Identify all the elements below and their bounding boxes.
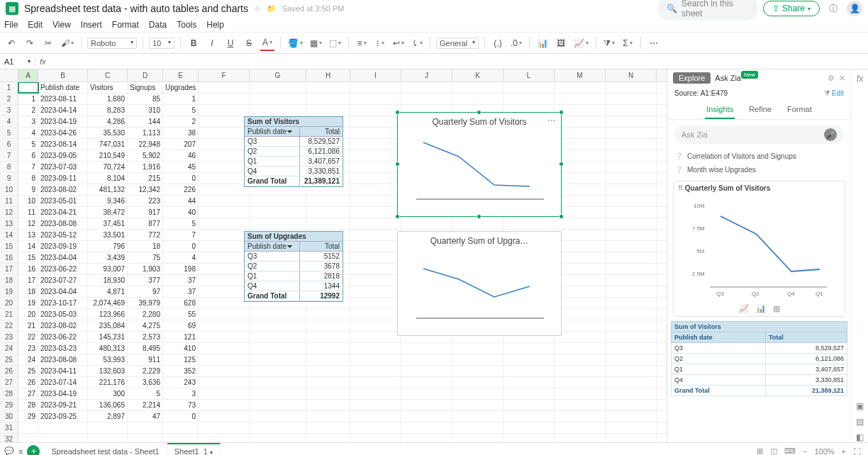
cell[interactable]: 3,439 [88,252,128,263]
cell[interactable] [606,218,657,229]
cell[interactable]: 7 [163,230,199,240]
explore-tab[interactable]: Explore [673,72,711,84]
cell[interactable]: 2023-09-05 [38,150,88,161]
cell[interactable]: 5 [163,218,199,229]
cell[interactable] [606,354,657,365]
cell[interactable] [350,218,401,229]
col-header-H[interactable]: H [306,69,350,82]
cell[interactable] [606,275,657,286]
cell[interactable]: 17 [18,275,38,286]
cell[interactable] [199,264,250,274]
cell[interactable]: 2023-06-22 [38,332,88,342]
cell[interactable]: 1,903 [128,264,163,274]
cell[interactable]: 4,275 [128,320,163,331]
cell[interactable] [606,173,657,184]
cell[interactable] [306,411,350,422]
line-chart-icon[interactable]: 📈 [739,304,749,313]
cell[interactable] [606,128,657,138]
cell[interactable] [555,377,606,388]
cell[interactable]: 352 [163,366,199,376]
help-icon[interactable]: ⓘ [825,1,841,16]
cell[interactable]: 2023-07-27 [38,275,88,286]
cell[interactable] [199,116,250,127]
cell[interactable] [350,377,401,388]
cell[interactable]: 45 [163,162,199,172]
col-header-L[interactable]: L [503,69,555,82]
cell[interactable] [350,105,401,116]
cell[interactable]: 136,065 [88,400,128,410]
bracket-format-icon[interactable]: (,) [491,35,505,51]
row-header[interactable]: 27 [0,377,18,388]
cell[interactable] [401,388,452,399]
rail-icon-2[interactable]: ▤ [856,417,864,427]
row-header[interactable]: 9 [0,173,18,184]
cell[interactable]: 2 [163,116,199,127]
cell[interactable] [503,94,555,104]
row-header[interactable]: 4 [0,116,18,127]
cell[interactable] [306,207,350,218]
cell[interactable] [350,196,401,206]
menu-format[interactable]: Format [112,20,139,30]
cell[interactable] [555,366,606,376]
redo-icon[interactable]: ↷ [23,35,37,51]
cell[interactable]: 40 [163,207,199,218]
merge-button[interactable]: ⬚ [328,35,343,51]
cell[interactable]: 12 [18,218,38,229]
cell[interactable]: 5 [18,139,38,150]
cell[interactable] [306,377,350,388]
cell[interactable] [350,434,401,442]
pivot-sum-upgrades[interactable]: Sum of Upgrades Publish date⏷Total Q3515… [244,231,343,302]
undo-icon[interactable]: ↶ [4,35,18,51]
zoom-out-icon[interactable]: − [803,447,807,456]
cell[interactable] [350,275,401,286]
cell[interactable] [606,116,657,127]
cell[interactable]: 22,948 [128,139,163,150]
cell[interactable]: 2023-08-08 [38,218,88,229]
cell[interactable]: 93,007 [88,264,128,274]
row-header[interactable]: 18 [0,275,18,286]
cell[interactable] [606,422,657,433]
cell[interactable] [199,252,250,263]
cell[interactable] [606,388,657,399]
cell[interactable]: 2023-07-14 [38,377,88,388]
fullscreen-icon[interactable]: ⛶ [853,447,861,456]
cell[interactable] [199,388,250,399]
cell[interactable]: Publish date [38,82,88,93]
row-header[interactable]: 15 [0,241,18,252]
cell[interactable] [555,388,606,399]
cell[interactable]: 37,451 [88,218,128,229]
cell[interactable] [606,366,657,376]
menu-file[interactable]: File [4,20,18,30]
cell[interactable] [606,207,657,218]
cell[interactable] [250,105,306,116]
cell[interactable] [250,309,306,320]
image-icon[interactable]: 🖼 [554,35,568,51]
cell[interactable]: 121 [163,332,199,342]
menu-data[interactable]: Data [149,20,167,30]
cell[interactable]: 2 [18,105,38,116]
cell[interactable] [401,354,452,365]
cell[interactable] [350,94,401,104]
cell[interactable] [306,218,350,229]
cell[interactable] [503,400,555,410]
cell[interactable]: 69 [163,320,199,331]
cell[interactable]: 2023-09-21 [38,400,88,410]
valign-button[interactable]: ⫶ [373,35,387,51]
cell[interactable]: 37 [163,286,199,297]
cell[interactable]: 5 [128,388,163,399]
cell[interactable] [452,411,503,422]
row-header[interactable]: 31 [0,422,18,433]
cell[interactable] [306,94,350,104]
cell[interactable] [306,400,350,410]
col-header-E[interactable]: E [163,69,199,82]
cell[interactable]: 300 [88,388,128,399]
tab-refine[interactable]: Refine [747,101,773,119]
layout-icon[interactable]: ⊞ [757,446,763,455]
share-button[interactable]: ⇪ Share ▾ [763,1,820,16]
cell[interactable] [555,332,606,342]
cell[interactable] [555,218,606,229]
cell[interactable] [555,150,606,161]
cell[interactable]: 0 [163,241,199,252]
cell[interactable]: 14 [18,241,38,252]
cell[interactable]: 2023-07-03 [38,162,88,172]
